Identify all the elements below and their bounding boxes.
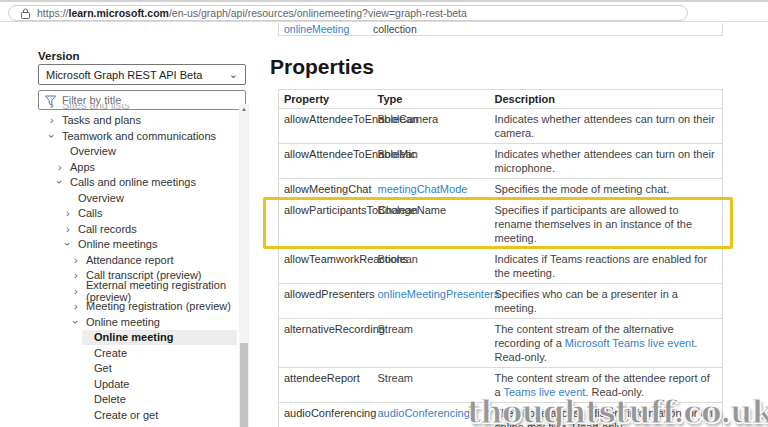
property-cell: alternativeRecording (279, 319, 373, 368)
property-cell: allowAttendeeToEnableMic (279, 144, 373, 179)
column-header-type: Type (373, 90, 490, 109)
sidebar-item-call-records[interactable]: ›Call records (30, 221, 237, 237)
version-select-value: Microsoft Graph REST API Beta (46, 69, 202, 81)
sidebar-item-teamwork-and-communications[interactable]: ›Teamwork and communications (30, 128, 237, 144)
description-cell: Specifies who can be a presenter in a me… (490, 284, 723, 319)
chevron-right-icon[interactable]: › (74, 270, 86, 280)
sidebar-item-sites-and-lists[interactable]: ›Sites and lists (30, 104, 237, 113)
sidebar-item-label: Get (94, 362, 112, 374)
table-row: allowTeamworkReactionsBooleanIndicates i… (279, 249, 723, 284)
sidebar-item-tasks-and-plans[interactable]: ›Tasks and plans (30, 113, 237, 129)
chevron-right-icon[interactable]: › (66, 208, 78, 218)
type-cell: onlineMeetingPresenters (373, 284, 490, 319)
sidebar-item-calls-and-online-meetings[interactable]: ›Calls and online meetings (30, 175, 237, 191)
table-row: allowAttendeeToEnableCameraBooleanIndica… (279, 109, 723, 144)
sidebar-item-label: Teamwork and communications (62, 130, 216, 142)
chevron-right-icon[interactable]: › (66, 224, 78, 234)
chevron-right-icon[interactable]: › (74, 301, 86, 311)
page-title: Properties (270, 55, 768, 79)
sidebar-item-meeting-registration-preview-[interactable]: ›Meeting registration (preview) (30, 299, 237, 315)
description-cell: Specifies the mode of meeting chat. (490, 179, 723, 200)
property-cell: allowParticipantsToChangeName (279, 200, 373, 249)
chevron-down-icon[interactable]: › (74, 317, 86, 327)
sidebar-scrollbar[interactable]: ▲ (239, 104, 249, 427)
sidebar-item-online-meeting[interactable]: Online meeting (30, 330, 237, 346)
chevron-right-icon[interactable]: › (50, 115, 62, 125)
chevron-right-icon[interactable]: › (58, 162, 70, 172)
table-header-row: Property Type Description (279, 90, 723, 109)
property-cell: allowTeamworkReactions (279, 249, 373, 284)
property-cell: audioConferencing (279, 403, 373, 427)
nav-tree: ›Sites and lists›Tasks and plans›Teamwor… (30, 104, 237, 423)
table-row: allowAttendeeToEnableMicBooleanIndicates… (279, 144, 723, 179)
description-link[interactable]: Microsoft Teams live event (565, 337, 694, 349)
nav-tree-viewport: ›Sites and lists›Tasks and plans›Teamwor… (30, 104, 237, 427)
description-cell: Indicates whether attendees can turn on … (490, 144, 723, 179)
url-field[interactable]: https://learn.microsoft.com/en-us/graph/… (8, 5, 688, 21)
sidebar-item-label: Tasks and plans (62, 114, 141, 126)
version-select[interactable]: Microsoft Graph REST API Beta ⌄ (38, 64, 246, 85)
table-row: allowedPresentersonlineMeetingPresenters… (279, 284, 723, 319)
watermark: thoughtstuff.co.uk (467, 394, 768, 427)
property-cell: allowedPresenters (279, 284, 373, 319)
sidebar-item-update[interactable]: Update (30, 376, 237, 392)
sidebar-item-label: Delete (94, 393, 126, 405)
type-cell: Boolean (373, 249, 490, 284)
table-row: allowMeetingChatmeetingChatModeSpecifies… (279, 179, 723, 200)
description-cell: Indicates whether attendees can turn on … (490, 109, 723, 144)
chevron-right-icon[interactable]: › (74, 255, 86, 265)
sidebar-item-label: Meeting registration (preview) (86, 300, 231, 312)
sidebar-item-label: Overview (70, 145, 116, 157)
property-cell: allowAttendeeToEnableCamera (279, 109, 373, 144)
type-cell: Boolean (373, 144, 490, 179)
url-text: https://learn.microsoft.com/en-us/graph/… (37, 7, 467, 19)
sidebar-item-delete[interactable]: Delete (30, 392, 237, 408)
description-cell: Specifies if participants are allowed to… (490, 200, 723, 249)
sidebar-item-label: Online meeting (94, 331, 173, 343)
sidebar-item-label: Calls (78, 207, 102, 219)
sidebar-item-calls[interactable]: ›Calls (30, 206, 237, 222)
sidebar-item-label: Overview (78, 192, 124, 204)
chevron-right-icon[interactable]: › (74, 286, 86, 296)
sidebar-item-online-meetings[interactable]: ›Online meetings (30, 237, 237, 253)
sidebar-item-label: Create or get (94, 409, 158, 421)
sidebar-item-overview[interactable]: Overview (30, 144, 237, 160)
sidebar-item-label: Update (94, 378, 129, 390)
sidebar-item-get[interactable]: Get (30, 361, 237, 377)
sidebar-item-label: Sites and lists (62, 104, 130, 111)
sidebar-item-attendance-report[interactable]: ›Attendance report (30, 252, 237, 268)
sidebar-item-apps[interactable]: ›Apps (30, 159, 237, 175)
main-content: onlineMeeting collection Properties Prop… (262, 23, 768, 427)
sidebar-item-create[interactable]: Create (30, 345, 237, 361)
scroll-up-arrow-icon[interactable]: ▲ (239, 106, 249, 112)
chevron-down-icon: ⌄ (229, 68, 238, 81)
type-link[interactable]: meetingChatMode (378, 183, 468, 195)
sidebar-item-create-or-get[interactable]: Create or get (30, 407, 237, 423)
description-cell: Indicates if Teams reactions are enabled… (490, 249, 723, 284)
online-meeting-link[interactable]: onlineMeeting (284, 23, 349, 35)
property-cell: allowMeetingChat (279, 179, 373, 200)
sidebar: Version Microsoft Graph REST API Beta ⌄ … (0, 23, 260, 427)
type-link[interactable]: onlineMeetingPresenters (378, 288, 500, 300)
page: https://learn.microsoft.com/en-us/graph/… (0, 0, 768, 427)
lock-icon (21, 8, 30, 19)
sidebar-item-external-meeting-registration-preview-[interactable]: ›External meeting registration (preview) (30, 283, 237, 299)
scrollbar-thumb[interactable] (240, 343, 248, 427)
chevron-down-icon[interactable]: › (50, 131, 62, 141)
sidebar-item-online-meeting[interactable]: ›Online meeting (30, 314, 237, 330)
sidebar-item-overview[interactable]: Overview (30, 190, 237, 206)
version-label: Version (38, 50, 80, 62)
sidebar-item-label: Call records (78, 223, 137, 235)
type-cell: Stream (373, 319, 490, 368)
type-link[interactable]: audioConferencing (378, 407, 470, 419)
table-row: allowParticipantsToChangeNameBooleanSpec… (279, 200, 723, 249)
sidebar-item-label: Create (94, 347, 127, 359)
sidebar-item-label: Online meeting (86, 316, 160, 328)
chevron-down-icon[interactable]: › (66, 239, 78, 249)
chevron-down-icon[interactable]: › (58, 177, 70, 187)
sidebar-item-label: Calls and online meetings (70, 176, 196, 188)
type-cell: meetingChatMode (373, 179, 490, 200)
previous-table-partial-row: onlineMeeting collection (278, 23, 723, 36)
sidebar-item-label: External meeting registration (preview) (86, 279, 237, 303)
chevron-right-icon[interactable]: › (50, 104, 62, 110)
